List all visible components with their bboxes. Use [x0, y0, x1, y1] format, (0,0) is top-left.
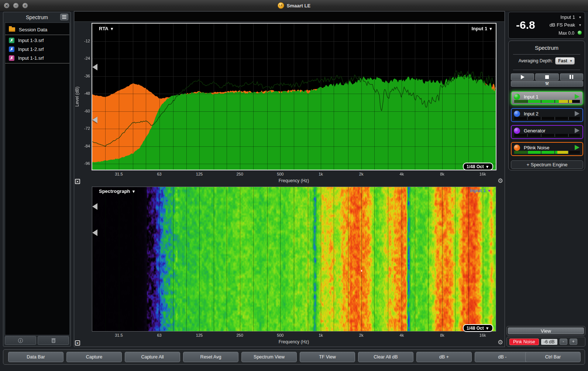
- spectrum-control-panel: Spectrum Averaging Depth: Fast ▾ ⚒ Input…: [508, 41, 585, 170]
- meter-unit-selector[interactable]: dB FS Peak: [550, 22, 575, 28]
- smaart-window: ✕ − + LE Smaart LE Spectrum Session Data…: [0, 0, 588, 371]
- averaging-depth-select[interactable]: Fast ▾: [555, 57, 575, 65]
- rta-input-dropdown[interactable]: Input 1 ▼: [472, 26, 493, 31]
- generator-bar: Pink Noise -6 dB - +: [506, 337, 585, 347]
- panel-title: Spectrum: [509, 45, 585, 51]
- divider: [5, 63, 69, 63]
- channel-play-icon[interactable]: [575, 145, 580, 150]
- control-bar: Data Bar Capture Capture All Reset Avg S…: [3, 349, 585, 365]
- tools-button[interactable]: ⚒: [511, 81, 583, 87]
- channel-level-meter: [514, 151, 580, 154]
- x-tick-label: 125: [196, 333, 203, 337]
- chevron-down-icon[interactable]: ▾: [579, 15, 581, 19]
- session-data-folder[interactable]: Session Data: [5, 25, 69, 34]
- rta-threshold-handle[interactable]: [92, 64, 97, 70]
- divider: [513, 54, 580, 55]
- spectrograph-close-icon[interactable]: ✕: [75, 340, 80, 346]
- clear-all-db-button[interactable]: Clear All dB: [358, 352, 413, 362]
- channel-play-icon[interactable]: [575, 94, 580, 99]
- file-x-icon: ✗: [9, 55, 14, 61]
- play-icon: [521, 75, 525, 79]
- rta-close-icon[interactable]: ✕: [75, 179, 80, 184]
- y-tick-label: -36: [77, 74, 90, 78]
- chevron-down-icon: ▼: [487, 188, 491, 193]
- peak-level-value: -6.8: [516, 19, 535, 31]
- rta-threshold-handle[interactable]: [92, 117, 97, 123]
- capture-button[interactable]: Capture: [66, 352, 122, 362]
- x-tick-label: 63: [157, 333, 161, 337]
- y-tick-label: -96: [77, 161, 90, 166]
- banding-label: 1/48 Oct: [467, 164, 484, 169]
- signal-led-icon: [578, 31, 582, 35]
- file-name: Input 1-1.srf: [18, 55, 44, 61]
- channel-level-meter: [514, 134, 580, 137]
- info-button[interactable]: i: [5, 336, 36, 345]
- chevron-down-icon[interactable]: ▾: [579, 23, 581, 27]
- list-item-file[interactable]: ✗ Input 1-3.srf: [5, 36, 69, 45]
- meter-input-selector[interactable]: Input 1: [560, 14, 575, 20]
- view-button[interactable]: View: [508, 327, 584, 334]
- window-title-text: Smaart LE: [287, 3, 310, 8]
- spectrograph-input-dropdown[interactable]: Input 1 ▼: [470, 188, 492, 193]
- channel-strip-input-2[interactable]: Input 2: [511, 108, 583, 122]
- rta-type-dropdown[interactable]: RTA ▼: [99, 26, 114, 31]
- spectrum-view-button[interactable]: Spectrum View: [241, 352, 297, 362]
- channel-strip-generator[interactable]: Generator: [511, 125, 583, 139]
- spectrograph-banding-dropdown[interactable]: 1/48 Oct ▼: [463, 324, 493, 332]
- channel-level-meter: [514, 100, 580, 103]
- spectrograph-plot[interactable]: [92, 187, 496, 331]
- pause-icon: [570, 75, 571, 79]
- file-name: Input 1-2.srf: [18, 46, 44, 52]
- list-item-file[interactable]: ✗ Input 1-1.srf: [5, 53, 69, 62]
- chevron-down-icon: ▾: [570, 59, 572, 63]
- x-tick-label: 8k: [440, 172, 444, 176]
- db-minus-button[interactable]: dB -: [475, 352, 530, 362]
- generator-level-minus-button[interactable]: -: [560, 339, 567, 345]
- channel-color-ball-icon: [514, 94, 520, 100]
- add-spectrum-engine-button[interactable]: + Spectrum Engine: [511, 160, 583, 169]
- x-tick-label: 31.5: [115, 333, 123, 337]
- spectrograph-level-handle[interactable]: [92, 229, 97, 236]
- x-tick-label: 500: [277, 333, 283, 337]
- rta-settings-gear-icon[interactable]: ⚙: [498, 178, 503, 184]
- data-bar-button[interactable]: Data Bar: [8, 352, 63, 362]
- channel-play-icon[interactable]: [575, 128, 580, 133]
- rta-x-axis-label: Frequency (Hz): [279, 178, 309, 183]
- play-button[interactable]: [511, 73, 534, 80]
- pink-noise-button[interactable]: Pink Noise: [509, 339, 539, 345]
- db-plus-button[interactable]: dB +: [416, 352, 472, 362]
- delete-button[interactable]: [38, 336, 69, 345]
- file-name: Input 1-3.srf: [18, 38, 44, 43]
- chevron-down-icon: ▼: [489, 27, 493, 31]
- rta-plot[interactable]: [92, 24, 496, 170]
- channel-strip-input-1[interactable]: Input 1: [511, 91, 583, 105]
- channel-play-icon[interactable]: [575, 111, 580, 116]
- max-level-label: Max 0.0: [558, 31, 574, 36]
- spectrograph-type-dropdown[interactable]: Spectrograph ▼: [99, 188, 135, 194]
- channel-name: Generator: [524, 128, 571, 134]
- pause-button[interactable]: [560, 73, 583, 80]
- generator-level-plus-button[interactable]: +: [570, 339, 577, 345]
- channel-color-ball-icon: [514, 111, 520, 117]
- sidebar-menu-icon[interactable]: [60, 14, 68, 20]
- spectrograph-x-axis-label: Frequency (Hz): [279, 339, 309, 344]
- averaging-depth-value: Fast: [558, 58, 567, 63]
- data-bar-strip: [75, 12, 504, 22]
- stop-button[interactable]: [535, 73, 558, 80]
- tf-view-button[interactable]: TF View: [300, 352, 355, 362]
- ctrl-bar-button[interactable]: Ctrl Bar: [525, 352, 581, 362]
- reset-avg-button[interactable]: Reset Avg: [183, 352, 238, 362]
- channel-name: Input 1: [524, 94, 571, 100]
- rta-banding-dropdown[interactable]: 1/48 Oct ▼: [463, 163, 493, 170]
- spectrograph-settings-gear-icon[interactable]: ⚙: [498, 340, 503, 346]
- channel-strip-pink-noise[interactable]: P9ink Noise: [511, 142, 583, 156]
- folder-icon: [9, 27, 15, 32]
- list-item-file[interactable]: ✗ Input 1-2.srf: [5, 45, 69, 53]
- divider: [5, 35, 69, 35]
- generator-level-display: -6 dB: [541, 339, 557, 345]
- capture-all-button[interactable]: Capture All: [125, 352, 180, 362]
- y-tick-label: -60: [77, 109, 90, 113]
- spectrograph-level-handle[interactable]: [92, 203, 97, 210]
- x-tick-label: 125: [196, 172, 203, 176]
- pause-icon: [572, 75, 574, 79]
